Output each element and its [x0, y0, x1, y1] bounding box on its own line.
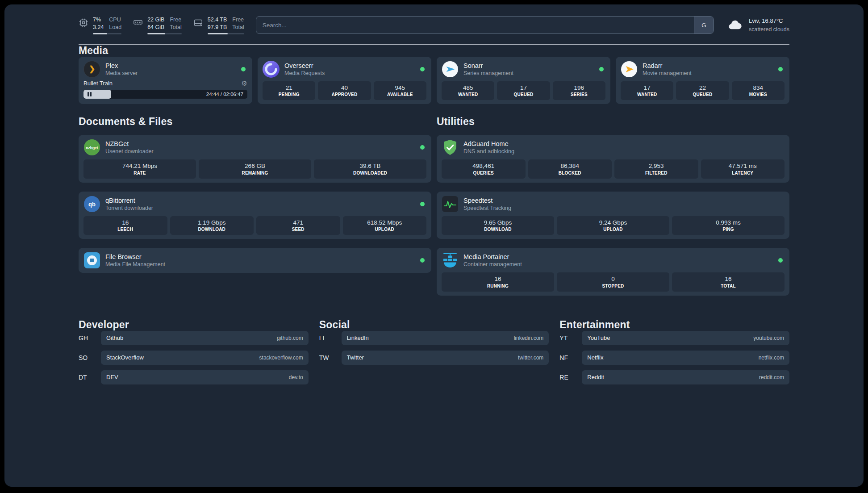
service-desc: Media File Management: [105, 261, 165, 268]
memory-label-top: Free: [170, 16, 181, 24]
stat-tile: 17 QUEUED: [497, 81, 550, 100]
radarr-icon: [621, 61, 638, 78]
stat-tile: 744.21 Mbps RATE: [83, 159, 196, 179]
filebrowser-icon: [83, 252, 100, 269]
service-card-speedtest[interactable]: Speedtest Speedtest Tracking 9.65 Gbps D…: [437, 192, 789, 239]
disk-icon: [193, 18, 203, 28]
bookmark-dev[interactable]: DEV dev.to: [101, 370, 309, 384]
service-card-overseerr[interactable]: Overseerr Media Requests 21 PENDING 40 A…: [258, 57, 431, 104]
bookmark-row: SO StackOverflow stackoverflow.com: [79, 351, 309, 365]
bookmark-linkedin[interactable]: LinkedIn linkedin.com: [342, 331, 549, 345]
bookmark-group-entertainment: Entertainment YT YouTube youtube.com NF …: [559, 319, 789, 390]
now-playing-title: Bullet Train: [83, 80, 113, 87]
weather-widget: Lviv, 16.87°C scattered clouds: [726, 17, 789, 33]
status-dot: [599, 67, 604, 71]
bookmark-group-developer: Developer GH Github github.com SO StackO…: [79, 319, 309, 390]
service-desc: Speedtest Tracking: [463, 205, 511, 212]
media-card-row: ❯ Plex Media server Bullet Train ⚙: [79, 57, 789, 104]
bookmark-reddit[interactable]: Reddit reddit.com: [582, 370, 789, 384]
stat-tile: 618.52 Mbps UPLOAD: [343, 216, 427, 235]
player-settings-icon[interactable]: ⚙: [242, 80, 247, 87]
cpu-usage-bar: [93, 33, 121, 34]
section-title-developer: Developer: [79, 319, 309, 331]
service-card-filebrowser[interactable]: File Browser Media File Management: [79, 248, 431, 273]
status-dot: [778, 67, 783, 71]
cpu-label-bottom: Load: [109, 24, 121, 31]
bookmark-row: GH Github github.com: [79, 331, 309, 345]
portainer-icon: [442, 252, 459, 269]
status-dot: [778, 258, 783, 263]
cloud-icon: [726, 18, 744, 32]
stat-tile: 1.19 Gbps DOWNLOAD: [170, 216, 254, 235]
stat-tile: 47.571 ms LATENCY: [701, 159, 785, 179]
disk-usage-bar: [208, 33, 244, 34]
service-name: Overseerr: [284, 62, 325, 70]
memory-free-value: 22 GiB: [147, 16, 164, 24]
bookmark-abbr: SO: [79, 354, 101, 361]
service-card-nzbget[interactable]: nzbget NZBGet Usenet downloader 74: [79, 135, 431, 183]
bookmark-row: TW Twitter twitter.com: [319, 351, 549, 365]
status-dot: [241, 67, 246, 71]
cpu-load-value: 3.24: [93, 24, 104, 31]
bookmark-abbr: RE: [559, 374, 582, 381]
header-divider: [79, 44, 789, 45]
playback-progress-bar[interactable]: 24:44 / 02:06:47: [83, 90, 247, 99]
search-provider-button[interactable]: G: [694, 17, 714, 33]
memory-widget: 22 GiB 64 GiB Free Total: [133, 16, 182, 34]
service-card-radarr[interactable]: Radarr Movie management 17 WANTED 22 QUE…: [616, 57, 789, 104]
section-title-entertainment: Entertainment: [559, 319, 789, 331]
stat-tile: 16 RUNNING: [442, 272, 554, 292]
status-dot: [420, 202, 425, 206]
service-name: NZBGet: [105, 140, 154, 148]
service-name: File Browser: [105, 253, 165, 261]
service-card-sonarr[interactable]: Sonarr Series management 485 WANTED 17 Q…: [437, 57, 610, 104]
service-desc: DNS and adblocking: [463, 148, 514, 155]
bookmark-abbr: GH: [79, 334, 101, 342]
service-desc: Usenet downloader: [105, 148, 154, 155]
service-desc: Media Requests: [284, 70, 325, 77]
bookmark-row: NF Netflix netflix.com: [559, 351, 789, 365]
bookmark-youtube[interactable]: YouTube youtube.com: [582, 331, 789, 345]
cpu-widget: 7% 3.24 CPU Load: [79, 16, 121, 34]
service-card-qbittorrent[interactable]: qb qBittorrent Torrent downloader: [79, 192, 431, 239]
stat-tile: 485 WANTED: [442, 81, 494, 100]
stat-tile: 16 TOTAL: [672, 272, 785, 292]
weather-condition: scattered clouds: [749, 25, 789, 34]
section-title-social: Social: [319, 319, 549, 331]
bookmark-twitter[interactable]: Twitter twitter.com: [342, 351, 549, 365]
stat-tile: 266 GB REMAINING: [199, 159, 311, 179]
bookmark-netflix[interactable]: Netflix netflix.com: [582, 351, 789, 365]
service-card-adguard[interactable]: AdGuard Home DNS and adblocking 498,461 …: [437, 135, 789, 183]
nzbget-icon: nzbget: [83, 139, 100, 156]
stat-tile: 16 LEECH: [83, 216, 167, 235]
section-title-utilities: Utilities: [437, 116, 789, 128]
disk-free-value: 52.4 TB: [208, 16, 227, 24]
service-card-plex[interactable]: ❯ Plex Media server Bullet Train ⚙: [79, 57, 252, 104]
service-name: Radarr: [643, 62, 692, 70]
memory-label-bottom: Total: [170, 24, 181, 31]
bookmark-stackoverflow[interactable]: StackOverflow stackoverflow.com: [101, 351, 309, 365]
disk-total-value: 97.9 TB: [208, 24, 227, 31]
sonarr-icon: [442, 61, 459, 78]
pause-button[interactable]: [88, 92, 92, 96]
search-input[interactable]: [256, 16, 714, 34]
playback-time: 24:44 / 02:06:47: [206, 90, 243, 99]
section-title-documents: Documents & Files: [79, 116, 431, 128]
bookmark-abbr: DT: [79, 374, 101, 381]
service-card-portainer[interactable]: Media Portainer Container management 16 …: [437, 248, 789, 296]
svg-text:nzbget: nzbget: [86, 146, 98, 150]
top-bar: 7% 3.24 CPU Load: [79, 16, 789, 34]
status-dot: [420, 67, 425, 71]
service-desc: Movie management: [643, 70, 692, 77]
memory-icon: [133, 18, 143, 28]
bookmark-github[interactable]: Github github.com: [101, 331, 309, 345]
stat-tile: 22 QUEUED: [676, 81, 729, 100]
section-title-media: Media: [79, 45, 789, 57]
bookmark-row: YT YouTube youtube.com: [559, 331, 789, 345]
stat-tile: 498,461 QUERIES: [442, 159, 526, 179]
service-name: qBittorrent: [105, 196, 153, 205]
stat-tile: 2,953 FILTERED: [614, 159, 698, 179]
qbittorrent-icon: qb: [83, 196, 100, 213]
service-name: Plex: [105, 62, 138, 70]
service-name: Speedtest: [463, 196, 511, 205]
